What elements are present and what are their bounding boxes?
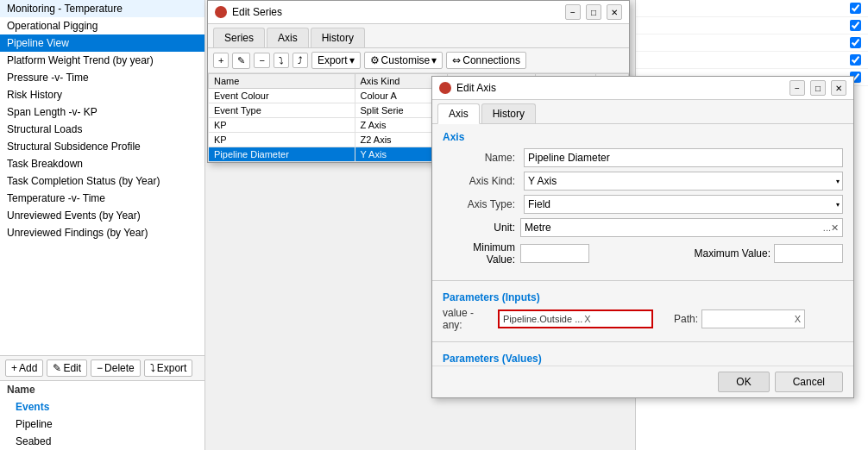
value-chip-box[interactable]: Pipeline.Outside ... X	[498, 309, 653, 328]
axis-kind-label: Axis Kind:	[443, 175, 520, 187]
checkbox-3[interactable]	[850, 37, 861, 48]
name-row: Name:	[443, 148, 843, 167]
unit-value: Metre	[525, 222, 823, 234]
sidebar-item-structural-loads[interactable]: Structural Loads	[0, 121, 204, 138]
series-add-button[interactable]: +	[213, 53, 229, 68]
params-divider	[432, 280, 853, 281]
checkbox-2[interactable]	[850, 20, 861, 31]
checkbox-row-3	[636, 34, 868, 52]
sidebar-sub-seabed[interactable]: Seabed	[0, 433, 204, 450]
sidebar-sub-pipeline[interactable]: Pipeline	[0, 416, 204, 433]
connections-icon: ⇔	[452, 54, 461, 66]
sidebar-item-unreviewed-findings[interactable]: Unreviewed Findings (by Year)	[0, 224, 204, 241]
series-titlebar: Edit Series − □ ✕	[208, 1, 629, 24]
sidebar-item-pigging[interactable]: Operational Pigging	[0, 17, 204, 34]
col-name: Name	[209, 74, 355, 89]
sidebar-item-risk[interactable]: Risk History	[0, 86, 204, 103]
tab-series[interactable]: Series	[213, 28, 265, 47]
axis-title-icon	[439, 82, 451, 94]
export-icon: ⤵	[150, 362, 155, 374]
axis-kind-select[interactable]: Y Axis Z Axis Z2 Axis X Axis	[524, 172, 843, 191]
min-input[interactable]	[520, 244, 589, 263]
axis-scroll-content: Axis Name: Axis Kind: Y Axis Z Axis Z2 A…	[432, 124, 853, 366]
axis-kind-row: Axis Kind: Y Axis Z Axis Z2 Axis X Axis …	[443, 172, 843, 191]
sidebar-item-unreviewed-events[interactable]: Unreviewed Events (by Year)	[0, 207, 204, 224]
unit-row: Unit: Metre ... ✕	[443, 218, 843, 237]
export-button[interactable]: ⤵ Export	[144, 359, 193, 377]
axis-type-label: Axis Type:	[443, 198, 520, 210]
sidebar-item-monitoring[interactable]: Monitoring - Temperature	[0, 0, 204, 17]
max-label: Maximum Value:	[695, 247, 771, 259]
value-any-row: value - any: Pipeline.Outside ... X Path…	[443, 307, 843, 331]
sidebar-item-span[interactable]: Span Length -v- KP	[0, 103, 204, 121]
export-chevron-icon: ▾	[349, 54, 355, 66]
cell-name-4: Pipeline Diameter	[209, 147, 355, 162]
sidebar-item-pipeline-view[interactable]: Pipeline View	[0, 34, 204, 52]
seabed-label: Seabed	[16, 435, 51, 447]
axis-form-content: Axis Name: Axis Kind: Y Axis Z Axis Z2 A…	[432, 124, 853, 277]
params-inputs-area: Parameters (Inputs) value - any: Pipelin…	[432, 284, 853, 338]
checkbox-row-4	[636, 52, 868, 69]
sidebar-toolbar: + Add ✎ Edit − Delete ⤵ Export	[0, 355, 204, 381]
series-minimize-button[interactable]: −	[565, 4, 581, 20]
checkbox-1[interactable]	[850, 3, 861, 14]
axis-tabs-bar: Axis History	[432, 100, 853, 124]
name-input[interactable]	[524, 148, 843, 167]
sidebar-sub-events[interactable]: Events	[0, 398, 204, 416]
series-tabs-bar: Series Axis History	[208, 24, 629, 48]
axis-title-text: Edit Axis	[456, 82, 784, 94]
series-close-button[interactable]: ✕	[607, 4, 622, 20]
axis-close-button[interactable]: ✕	[831, 80, 846, 96]
sidebar-item-structural-subsidence[interactable]: Structural Subsidence Profile	[0, 138, 204, 155]
sidebar: Monitoring - Temperature Operational Pig…	[0, 0, 205, 450]
path-input-area: X	[701, 309, 805, 328]
ok-button[interactable]: OK	[718, 372, 769, 392]
max-input[interactable]	[774, 244, 843, 263]
params-values-title: Parameters (Values)	[443, 353, 843, 365]
axis-section-title: Axis	[443, 131, 843, 143]
series-remove-button[interactable]: −	[254, 53, 269, 68]
series-connections-button[interactable]: ⇔ Connections	[446, 52, 526, 69]
params-values-area: Parameters (Values) If you enter a value…	[432, 346, 853, 366]
checkbox-4[interactable]	[850, 54, 861, 66]
unit-x-button[interactable]: ✕	[831, 222, 839, 234]
axis-footer: OK Cancel	[432, 366, 853, 397]
sidebar-item-pressure[interactable]: Pressure -v- Time	[0, 69, 204, 86]
tab-axis-history[interactable]: History	[481, 103, 536, 123]
tab-axis-axis[interactable]: Axis	[437, 103, 480, 124]
series-export-button[interactable]: Export ▾	[311, 52, 361, 69]
series-customise-button[interactable]: ⚙ Customise ▾	[364, 52, 443, 69]
delete-button[interactable]: − Delete	[91, 359, 141, 377]
sidebar-item-platform-weight[interactable]: Platform Weight Trend (by year)	[0, 52, 204, 69]
events-label: Events	[16, 401, 49, 413]
series-title-icon	[215, 6, 227, 18]
tab-axis[interactable]: Axis	[267, 28, 309, 47]
add-button[interactable]: + Add	[5, 359, 43, 377]
cell-name-2: KP	[209, 118, 355, 133]
edit-button[interactable]: ✎ Edit	[47, 359, 87, 377]
value-chip-text: Pipeline.Outside ...	[503, 314, 582, 324]
edit-icon: ✎	[53, 362, 61, 374]
axis-type-select[interactable]: Field Static	[524, 195, 843, 214]
checkbox-row-1	[636, 0, 868, 17]
axis-minimize-button[interactable]: −	[789, 80, 805, 96]
tab-history[interactable]: History	[311, 28, 365, 47]
series-export-icon-button[interactable]: ⤴	[292, 53, 308, 68]
sidebar-list: Monitoring - Temperature Operational Pig…	[0, 0, 204, 355]
cancel-button[interactable]: Cancel	[775, 372, 843, 392]
sidebar-item-temperature[interactable]: Temperature -v- Time	[0, 190, 204, 207]
sidebar-item-task-breakdown[interactable]: Task Breakdown	[0, 155, 204, 172]
axis-maximize-button[interactable]: □	[810, 80, 826, 96]
name-header: Name	[0, 381, 204, 398]
unit-ellipsis-button[interactable]: ...	[823, 222, 831, 233]
series-toolbar: + ✎ − ⤵ ⤴ Export ▾ ⚙ Customise ▾ ⇔ Conne…	[208, 48, 629, 73]
value-chip-x-button[interactable]: X	[584, 314, 590, 324]
series-maximize-button[interactable]: □	[586, 4, 601, 20]
params-values-divider	[432, 341, 853, 342]
series-edit-button[interactable]: ✎	[232, 53, 250, 69]
series-import-button[interactable]: ⤵	[274, 53, 289, 68]
minus-icon: −	[97, 362, 103, 374]
sidebar-item-task-completion[interactable]: Task Completion Status (by Year)	[0, 172, 204, 190]
plus-icon: +	[11, 362, 17, 374]
path-x-button[interactable]: X	[795, 314, 801, 324]
